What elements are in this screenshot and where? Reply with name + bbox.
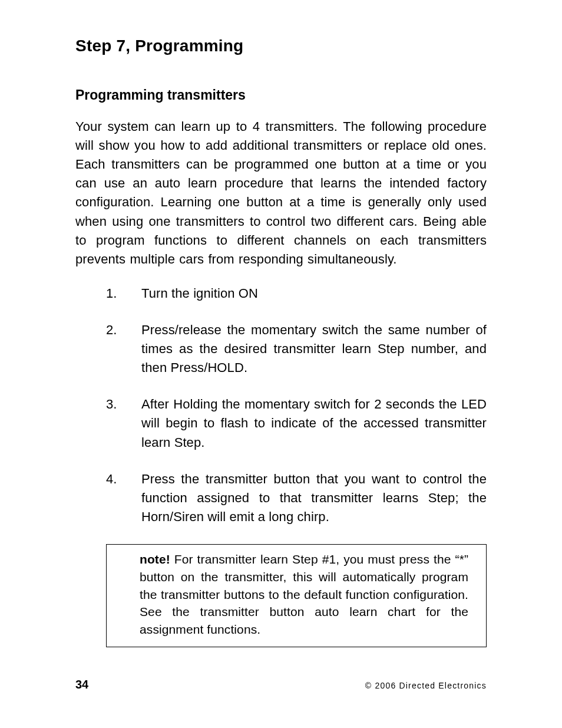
list-number: 3.: [106, 395, 141, 452]
list-item: 3. After Holding the momentary switch fo…: [106, 395, 487, 452]
section-heading: Step 7, Programming: [75, 37, 487, 55]
page: Step 7, Programming Programming transmit…: [0, 0, 562, 728]
list-text: Turn the ignition ON: [141, 284, 487, 303]
note-label: note!: [140, 552, 170, 566]
page-number: 34: [75, 678, 88, 691]
intro-paragraph: Your system can learn up to 4 transmitte…: [75, 117, 487, 269]
list-item: 4. Press the transmitter button that you…: [106, 470, 487, 526]
page-footer: 34 © 2006 Directed Electronics: [75, 678, 487, 691]
note-text: note! For transmitter learn Step #1, you…: [140, 551, 468, 638]
list-number: 1.: [106, 284, 141, 303]
list-text: After Holding the momentary switch for 2…: [141, 395, 487, 452]
subsection-heading: Programming transmitters: [75, 87, 487, 103]
list-item: 1. Turn the ignition ON: [106, 284, 487, 303]
copyright-text: © 2006 Directed Electronics: [365, 681, 487, 690]
list-text: Press/release the momentary switch the s…: [141, 321, 487, 377]
list-item: 2. Press/release the momentary switch th…: [106, 321, 487, 377]
note-body: For transmitter learn Step #1, you must …: [140, 552, 468, 636]
list-text: Press the transmitter button that you wa…: [141, 470, 487, 526]
list-number: 4.: [106, 470, 141, 526]
ordered-steps: 1. Turn the ignition ON 2. Press/release…: [106, 284, 487, 526]
list-number: 2.: [106, 321, 141, 377]
note-box: note! For transmitter learn Step #1, you…: [106, 544, 487, 647]
